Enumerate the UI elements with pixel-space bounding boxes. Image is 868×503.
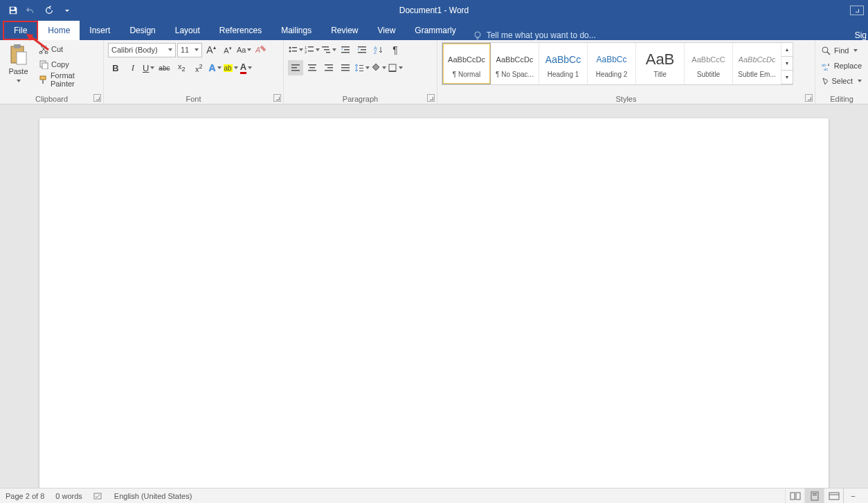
styles-row-up[interactable]: ▴ [781, 43, 793, 57]
numbering-button[interactable]: 12 [305, 45, 320, 55]
svg-rect-25 [344, 49, 350, 51]
copy-button[interactable]: Copy [37, 57, 99, 71]
text-effects-button[interactable]: A [208, 62, 221, 73]
status-words[interactable]: 0 words [55, 492, 82, 500]
format-painter-button[interactable]: Format Painter [37, 73, 99, 86]
svg-text:2: 2 [305, 50, 307, 54]
tab-review[interactable]: Review [321, 21, 368, 40]
tab-insert[interactable]: Insert [80, 21, 120, 40]
tab-file[interactable]: File [3, 21, 38, 40]
sign-in-link[interactable]: Sig [855, 30, 868, 40]
svg-rect-33 [291, 67, 297, 68]
font-size-combo[interactable]: 11 [177, 43, 202, 57]
show-hide-button[interactable]: ¶ [388, 42, 403, 57]
grow-font-button[interactable]: A▴ [204, 42, 219, 57]
borders-button[interactable] [388, 63, 403, 73]
read-mode-icon [790, 492, 801, 500]
svg-rect-56 [811, 492, 818, 500]
change-case-button[interactable]: Aa [237, 46, 251, 54]
view-print-layout[interactable] [804, 488, 824, 504]
highlight-button[interactable]: ab [224, 64, 238, 72]
align-right-button[interactable] [321, 60, 336, 75]
align-center-button[interactable] [305, 60, 320, 75]
cut-button[interactable]: Cut [37, 42, 99, 56]
font-dialog-launcher[interactable] [273, 94, 281, 102]
document-area[interactable] [0, 104, 868, 488]
style-heading2[interactable]: AaBbCc Heading 2 [588, 43, 636, 84]
tab-layout[interactable]: Layout [165, 21, 210, 40]
styles-expand[interactable]: ▾ [781, 71, 793, 84]
subscript-button[interactable]: x2 [174, 60, 189, 75]
cut-icon [39, 44, 48, 54]
clipboard-dialog-launcher[interactable] [93, 94, 101, 102]
save-button[interactable] [4, 2, 22, 19]
sort-button[interactable]: AZ [371, 42, 386, 57]
tab-mailings[interactable]: Mailings [271, 21, 321, 40]
italic-button[interactable]: I [125, 60, 141, 75]
svg-rect-14 [292, 47, 297, 48]
decrease-indent-button[interactable] [338, 42, 353, 57]
style-title[interactable]: AaB Title [636, 43, 685, 84]
tab-design[interactable]: Design [120, 21, 165, 40]
tab-view[interactable]: View [368, 21, 406, 40]
qat-customize-button[interactable] [58, 2, 76, 19]
spellcheck-icon[interactable] [93, 491, 103, 501]
strikethrough-button[interactable]: abc [156, 60, 172, 75]
group-editing: Find abac Replace Select Editing [815, 40, 868, 104]
increase-indent-button[interactable] [354, 42, 370, 57]
group-clipboard: Paste Cut Copy Format Painter Clipboard [0, 40, 104, 104]
style-subtle-emphasis[interactable]: AaBbCcDc Subtle Em... [733, 43, 781, 84]
tab-references[interactable]: References [210, 21, 271, 40]
chevron-down-icon [332, 48, 336, 51]
justify-button[interactable] [338, 60, 353, 75]
svg-rect-43 [341, 70, 350, 71]
document-page[interactable] [39, 118, 829, 488]
replace-button[interactable]: abac Replace [820, 59, 864, 73]
undo-button[interactable] [22, 2, 40, 19]
borders-icon [388, 63, 397, 73]
bold-button[interactable]: B [108, 60, 123, 75]
clear-formatting-button[interactable]: A [253, 42, 268, 57]
status-page[interactable]: Page 2 of 8 [6, 492, 44, 500]
bullets-button[interactable] [288, 45, 303, 55]
superscript-button[interactable]: x2 [191, 60, 206, 75]
align-right-icon [324, 63, 334, 73]
view-read-mode[interactable] [785, 488, 804, 504]
copy-icon [39, 60, 48, 69]
underline-button[interactable]: U [143, 63, 154, 73]
paste-button[interactable]: Paste [4, 42, 33, 93]
ribbon-tabs: File Home Insert Design Layout Reference… [0, 21, 868, 40]
paragraph-dialog-launcher[interactable] [427, 94, 435, 102]
zoom-out-button[interactable]: − [843, 488, 862, 504]
svg-rect-20 [308, 51, 314, 52]
tab-grammarly[interactable]: Grammarly [405, 21, 465, 40]
status-language[interactable]: English (United States) [114, 492, 192, 500]
font-color-button[interactable]: A [240, 62, 252, 74]
styles-dialog-launcher[interactable] [805, 94, 813, 102]
style-heading1[interactable]: AaBbCc Heading 1 [539, 43, 588, 84]
tab-home[interactable]: Home [38, 21, 80, 40]
find-button[interactable]: Find [820, 44, 864, 57]
align-center-icon [307, 63, 317, 73]
svg-rect-18 [308, 46, 314, 48]
style-subtitle[interactable]: AaBbCcC Subtitle [685, 43, 733, 84]
tell-me-search[interactable]: Tell me what you want to do... [473, 30, 596, 40]
styles-row-down[interactable]: ▾ [781, 57, 793, 71]
style-normal[interactable]: AaBbCcDc ¶ Normal [442, 43, 491, 84]
font-name-combo[interactable]: Calibri (Body) [108, 43, 176, 57]
shading-button[interactable] [371, 63, 386, 73]
numbering-icon: 12 [305, 45, 314, 55]
view-web-layout[interactable] [824, 488, 843, 504]
select-icon [822, 77, 828, 86]
multilevel-list-button[interactable] [321, 45, 336, 55]
svg-rect-5 [17, 52, 26, 64]
style-no-spacing[interactable]: AaBbCcDc ¶ No Spac... [491, 43, 539, 84]
line-spacing-button[interactable] [354, 63, 370, 73]
shrink-font-button[interactable]: A▾ [220, 42, 235, 57]
clear-formatting-icon: A [255, 44, 266, 55]
svg-rect-28 [361, 49, 366, 51]
align-left-button[interactable] [288, 60, 303, 75]
ribbon-display-options-button[interactable] [850, 6, 864, 15]
redo-button[interactable] [40, 2, 58, 19]
select-button[interactable]: Select [820, 74, 864, 88]
